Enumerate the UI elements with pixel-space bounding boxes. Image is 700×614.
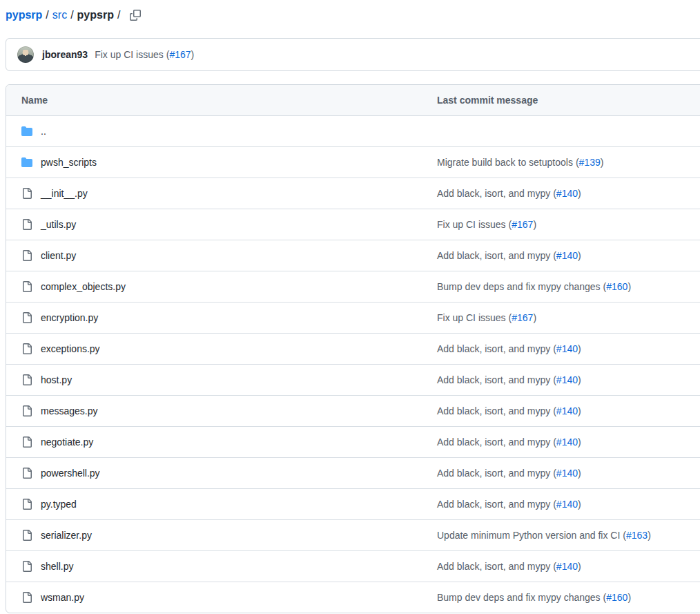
- file-link[interactable]: serializer.py: [41, 530, 92, 541]
- file-link[interactable]: exceptions.py: [41, 343, 100, 354]
- repo-file-browser: pypsrp / src / pypsrp / jborean93 Fix up…: [0, 0, 700, 613]
- file-link[interactable]: host.py: [41, 374, 72, 385]
- file-icon: [21, 312, 32, 323]
- breadcrumb-separator: /: [117, 8, 120, 22]
- row-issue-link[interactable]: #167: [512, 219, 533, 230]
- row-commit-message-link[interactable]: Bump dev deps and fix mypy changes: [437, 592, 601, 603]
- row-issue-link[interactable]: #140: [556, 405, 578, 416]
- last-commit-cell: Bump dev deps and fix mypy changes(#160): [437, 281, 700, 292]
- last-commit-cell: Add black, isort, and mypy(#140): [437, 374, 700, 385]
- file-name-cell: serializer.py: [6, 530, 437, 541]
- file-row: wsman.py Bump dev deps and fix mypy chan…: [6, 582, 700, 613]
- column-header-last-commit: Last commit message: [437, 95, 700, 106]
- file-table: Name Last commit message ..: [6, 84, 700, 613]
- file-link[interactable]: negotiate.py: [41, 436, 93, 448]
- row-issue-link[interactable]: #160: [606, 281, 628, 292]
- file-link[interactable]: _utils.py: [41, 219, 76, 230]
- last-commit-cell: Migrate build back to setuptools(#139): [437, 157, 700, 168]
- row-commit-message-link[interactable]: Fix up CI issues: [437, 312, 506, 323]
- file-icon: [21, 250, 32, 261]
- file-name-cell: complex_objects.py: [6, 281, 437, 292]
- file-row: negotiate.py Add black, isort, and mypy(…: [6, 426, 700, 457]
- row-commit-message-link[interactable]: Bump dev deps and fix mypy changes: [437, 281, 601, 292]
- row-commit-message-link[interactable]: Add black, isort, and mypy: [437, 374, 550, 385]
- paren-close: ): [533, 219, 536, 230]
- row-commit-message-link[interactable]: Fix up CI issues: [437, 219, 506, 230]
- file-row: powershell.py Add black, isort, and mypy…: [6, 457, 700, 488]
- commit-author-avatar[interactable]: [17, 46, 34, 63]
- file-name-cell: shell.py: [6, 561, 437, 572]
- row-commit-message-link[interactable]: Add black, isort, and mypy: [437, 561, 550, 572]
- file-link[interactable]: pwsh_scripts: [41, 157, 97, 168]
- breadcrumb-separator: /: [46, 8, 48, 22]
- file-link[interactable]: complex_objects.py: [41, 281, 126, 292]
- file-link[interactable]: shell.py: [41, 561, 73, 572]
- row-issue-link[interactable]: #140: [556, 250, 578, 261]
- file-row: host.py Add black, isort, and mypy(#140): [6, 364, 700, 395]
- file-table-header: Name Last commit message: [6, 85, 700, 115]
- file-row: exceptions.py Add black, isort, and mypy…: [6, 333, 700, 364]
- row-issue-link[interactable]: #140: [556, 374, 578, 385]
- file-name-cell: ..: [6, 126, 437, 137]
- row-commit-message-link[interactable]: Add black, isort, and mypy: [437, 405, 550, 416]
- file-link[interactable]: client.py: [41, 250, 76, 261]
- commit-author-link[interactable]: jborean93: [42, 49, 88, 60]
- paren-close: ): [578, 374, 581, 385]
- row-issue-link[interactable]: #140: [556, 188, 578, 199]
- paren-close: ): [628, 281, 631, 292]
- file-link[interactable]: py.typed: [41, 499, 77, 510]
- file-link[interactable]: ..: [41, 126, 46, 137]
- file-link[interactable]: messages.py: [41, 405, 97, 416]
- row-commit-message-link[interactable]: Add black, isort, and mypy: [437, 468, 550, 479]
- last-commit-cell: Add black, isort, and mypy(#140): [437, 436, 700, 448]
- file-row: py.typed Add black, isort, and mypy(#140…: [6, 488, 700, 519]
- file-icon: [21, 188, 32, 199]
- row-issue-link[interactable]: #140: [556, 436, 578, 448]
- row-issue-link[interactable]: #140: [556, 561, 578, 572]
- row-issue-link[interactable]: #167: [512, 312, 533, 323]
- last-commit-cell: Add black, isort, and mypy(#140): [437, 499, 700, 510]
- file-link[interactable]: wsman.py: [41, 592, 84, 603]
- last-commit-cell: Bump dev deps and fix mypy changes(#160): [437, 592, 700, 603]
- row-commit-message-link[interactable]: Add black, isort, and mypy: [437, 499, 550, 510]
- row-commit-message-link[interactable]: Add black, isort, and mypy: [437, 436, 550, 448]
- commit-message-link[interactable]: Fix up CI issues: [95, 49, 164, 60]
- file-icon: [21, 592, 32, 603]
- file-link[interactable]: powershell.py: [41, 468, 100, 479]
- file-name-cell: powershell.py: [6, 468, 437, 479]
- file-row: ..: [6, 115, 700, 146]
- file-name-cell: negotiate.py: [6, 436, 437, 448]
- row-commit-message-link[interactable]: Add black, isort, and mypy: [437, 343, 550, 354]
- row-issue-link[interactable]: #160: [606, 592, 628, 603]
- last-commit-cell: Add black, isort, and mypy(#140): [437, 250, 700, 261]
- copy-icon: [130, 10, 141, 21]
- file-icon: [21, 343, 32, 354]
- breadcrumb-repo-link[interactable]: pypsrp: [6, 8, 42, 22]
- commit-issue-link[interactable]: #167: [169, 49, 191, 60]
- paren-close: ): [648, 530, 651, 541]
- row-issue-link[interactable]: #163: [626, 530, 648, 541]
- row-commit-message-link[interactable]: Add black, isort, and mypy: [437, 250, 550, 261]
- file-row: serializer.py Update minimum Python vers…: [6, 519, 700, 550]
- file-row: messages.py Add black, isort, and mypy(#…: [6, 395, 700, 426]
- row-commit-message-link[interactable]: Update minimum Python version and fix CI: [437, 530, 620, 541]
- row-issue-link[interactable]: #140: [556, 343, 578, 354]
- row-issue-link[interactable]: #140: [556, 468, 578, 479]
- latest-commit-message: Fix up CI issues(#167): [95, 49, 194, 60]
- copy-path-button[interactable]: [130, 10, 141, 21]
- paren-close: ): [578, 499, 581, 510]
- row-commit-message-link[interactable]: Migrate build back to setuptools: [437, 157, 573, 168]
- file-row: shell.py Add black, isort, and mypy(#140…: [6, 550, 700, 582]
- row-commit-message-link[interactable]: Add black, isort, and mypy: [437, 188, 550, 199]
- breadcrumb-separator: /: [70, 8, 73, 22]
- file-icon: [21, 468, 32, 479]
- breadcrumb-src-link[interactable]: src: [52, 8, 67, 22]
- file-link[interactable]: encryption.py: [41, 312, 98, 323]
- breadcrumb: pypsrp / src / pypsrp /: [6, 8, 700, 22]
- paren-close: ): [578, 343, 581, 354]
- paren-close: ): [578, 188, 581, 199]
- row-issue-link[interactable]: #139: [579, 157, 601, 168]
- row-issue-link[interactable]: #140: [556, 499, 578, 510]
- paren-close: ): [578, 436, 581, 448]
- file-link[interactable]: __init__.py: [41, 188, 88, 199]
